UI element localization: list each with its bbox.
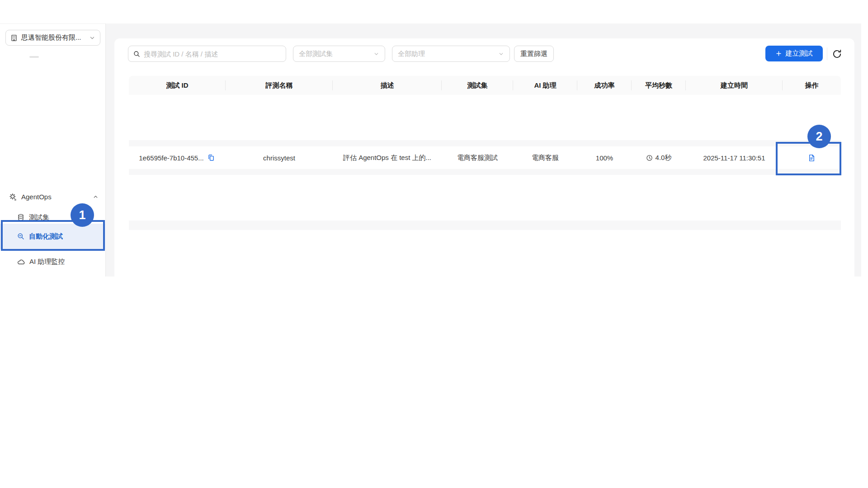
sidebar-item-label: AI 助理監控: [29, 258, 65, 266]
test-set-filter-select[interactable]: 全部測試集: [293, 46, 385, 62]
cell-success-rate: 100%: [577, 154, 632, 162]
cell-created-at: 2025-11-17 11:30:51: [686, 154, 783, 162]
sidebar: 思邁智能股份有限... AgentOps: [0, 23, 106, 277]
annotation-step-2-badge: 2: [807, 125, 831, 148]
annotation-step-1-badge: 1: [71, 203, 94, 227]
cell-test-set: 電商客服測試: [442, 154, 513, 162]
sidebar-item-automated-tests[interactable]: 自動化測試: [0, 224, 106, 249]
header-cell-avg-seconds: 平均秒數: [632, 76, 686, 95]
sidebar-group-agentops[interactable]: AgentOps: [0, 189, 106, 204]
toolbar-divider: [827, 47, 827, 60]
row-stripe: [129, 169, 841, 175]
cell-test-id: 1e6595fe-7b10-455...: [129, 153, 226, 162]
cell-avg-seconds: 4.0秒: [632, 154, 686, 162]
magnifier-icon: [17, 233, 24, 240]
row-stripe: [129, 140, 841, 146]
cell-description: 評估 AgentOps 在 test 上的...: [333, 154, 442, 162]
file-text-icon: [808, 154, 816, 162]
database-icon: [17, 214, 24, 221]
chevron-down-icon: [498, 51, 504, 57]
agentops-gear-icon: [9, 193, 17, 201]
chevron-down-icon: [373, 51, 379, 57]
cell-actions: [783, 153, 841, 163]
loading-dash: [29, 56, 39, 58]
page: 思邁智能股份有限... AgentOps: [0, 0, 868, 488]
sidebar-item-label: 自動化測試: [29, 232, 63, 241]
chevron-down-icon: [89, 35, 95, 41]
sidebar-item-ai-assistant-monitor[interactable]: AI 助理監控: [0, 253, 106, 270]
building-icon: [10, 34, 18, 42]
header-cell-actions: 操作: [783, 76, 841, 95]
create-test-label: 建立測試: [786, 49, 813, 58]
clock-icon: [646, 155, 653, 161]
header-cell-success-rate: 成功率: [577, 76, 632, 95]
header-cell-description: 描述: [333, 76, 442, 95]
table-header: 測試 ID 評測名稱 描述 測試集 AI 助理 成功率 平均秒數 建立時間 操作: [129, 76, 841, 95]
copy-test-id-button[interactable]: [207, 153, 216, 162]
cell-assistant: 電商客服: [513, 154, 577, 162]
plus-icon: [776, 51, 782, 56]
search-input[interactable]: [144, 50, 281, 58]
org-name: 思邁智能股份有限...: [21, 33, 81, 42]
org-selector[interactable]: 思邁智能股份有限...: [5, 30, 100, 46]
create-test-button[interactable]: 建立測試: [765, 46, 823, 61]
refresh-button[interactable]: [830, 47, 843, 60]
refresh-icon: [832, 49, 842, 59]
header-cell-test-set: 測試集: [442, 76, 513, 95]
reset-filters-button[interactable]: 重置篩選: [514, 46, 554, 62]
table-row: 1e6595fe-7b10-455... chrissytest 評估 Agen…: [129, 146, 841, 169]
view-report-button[interactable]: [807, 153, 816, 163]
cloud-icon: [17, 258, 25, 266]
test-set-filter-value: 全部測試集: [299, 50, 333, 58]
sidebar-group-label: AgentOps: [21, 193, 52, 201]
search-input-wrapper: [128, 46, 286, 62]
row-stripe: [129, 221, 841, 230]
header-cell-assistant: AI 助理: [513, 76, 577, 95]
header-cell-eval-name: 評測名稱: [226, 76, 333, 95]
copy-icon: [208, 154, 215, 161]
assistant-filter-value: 全部助理: [398, 50, 425, 58]
header-cell-created-at: 建立時間: [686, 76, 783, 95]
assistant-filter-select[interactable]: 全部助理: [392, 46, 510, 62]
chevron-up-icon: [93, 194, 99, 200]
search-icon: [133, 51, 140, 57]
cell-eval-name: chrissytest: [226, 154, 333, 162]
header-cell-test-id: 測試 ID: [129, 76, 226, 95]
sidebar-item-label: 測試集: [29, 213, 49, 222]
